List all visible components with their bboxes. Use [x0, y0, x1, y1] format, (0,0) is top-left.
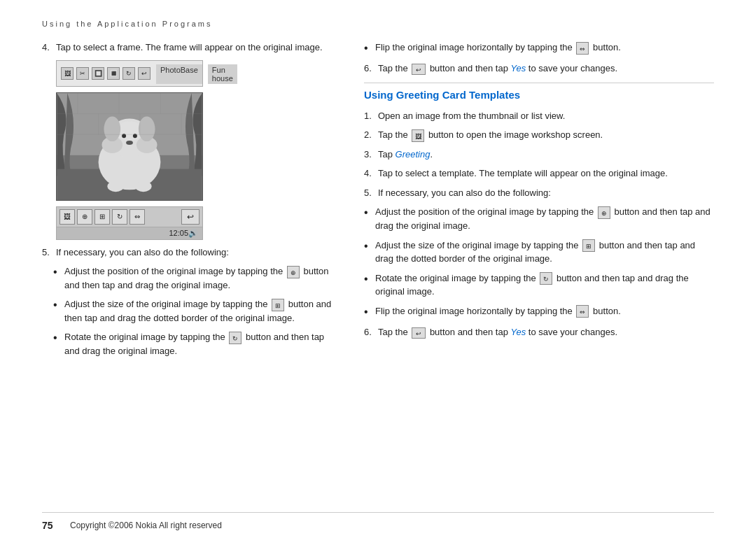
- rotate-icon: ↻: [229, 332, 241, 344]
- flip-icon-top: ⇔: [576, 42, 589, 55]
- right-bullet-4-text: Flip the original image horizontally by …: [375, 304, 621, 320]
- right-bullet-3-text: Rotate the original image by tapping the…: [375, 271, 714, 299]
- svg-point-14: [135, 181, 152, 192]
- left-bullet-1-text: Adjust the position of the original imag…: [64, 264, 336, 292]
- right-bullet-1-sym: •: [364, 205, 375, 232]
- right-bullet-3: • Rotate the original image by tapping t…: [364, 271, 714, 299]
- toolbar-btn-2[interactable]: ⊕: [77, 209, 92, 225]
- bottom-toolbar: 🖼 ⊕ ⊞ ↻ ⇔ ↩ 12:05🔊: [56, 206, 203, 240]
- back-icon-bottom: ↩: [412, 327, 426, 339]
- left-column: 4. Tap to select a frame. The frame will…: [42, 41, 336, 507]
- yes-text-top: Yes: [511, 63, 526, 73]
- bullet-symbol-2: •: [53, 297, 64, 325]
- time-display: 12:05: [169, 229, 188, 237]
- toolbar-box: 🖼 ✂ 🔲 🔳 ↻ ↩ PhotoBase Fun house: [56, 60, 203, 87]
- toolbar-icon-5: ↻: [122, 67, 135, 80]
- right-bullet-2-sym: •: [364, 239, 375, 266]
- left-bullet-2-text: Adjust the size of the original image by…: [64, 297, 336, 325]
- right-column: • Flip the original image horizontally b…: [364, 41, 714, 507]
- section-divider: [364, 83, 714, 83]
- right-bullet-4: • Flip the original image horizontally b…: [364, 304, 714, 320]
- position-icon: ⊕: [287, 266, 300, 278]
- greeting-link: Greeting: [396, 149, 430, 160]
- right-step-4: 4. Tap to select a template. The templat…: [364, 167, 714, 181]
- right-rotate-icon: ↻: [540, 272, 552, 285]
- bullet-symbol-3: •: [53, 330, 64, 358]
- svg-point-11: [104, 116, 120, 141]
- left-step-4: 4. Tap to select a frame. The frame will…: [42, 41, 336, 55]
- svg-point-13: [107, 181, 124, 192]
- toolbar-label-photobase: PhotoBase: [156, 64, 202, 84]
- toolbar-icon-3: 🔲: [92, 67, 104, 80]
- footer: 75 Copyright ©2006 Nokia All right reser…: [42, 512, 714, 531]
- dog-image: [56, 92, 203, 201]
- right-step-1-num: 1.: [364, 109, 378, 123]
- toolbar-btn-3[interactable]: ⊞: [94, 209, 110, 225]
- back-icon-top: ↩: [412, 64, 426, 75]
- toolbar-btn-5[interactable]: ⇔: [130, 209, 145, 225]
- right-step-5-text: If necessary, you can also do the follow…: [378, 186, 551, 200]
- size-icon: ⊞: [272, 299, 284, 311]
- toolbar-icon-4: 🔳: [107, 67, 120, 80]
- right-bullet-1-text: Adjust the position of the original imag…: [375, 205, 714, 232]
- right-size-icon: ⊞: [582, 239, 595, 252]
- right-step-6-top: 6. Tap the ↩ button and then tap Yes to …: [364, 62, 714, 76]
- toolbar-btn-1[interactable]: 🖼: [59, 209, 75, 225]
- toolbar-icon-1: 🖼: [61, 67, 74, 80]
- right-step-2-text: Tap the 🖼 button to open the image works…: [378, 128, 603, 142]
- bottom-toolbar-icons: 🖼 ⊕ ⊞ ↻ ⇔ ↩: [57, 207, 202, 227]
- right-step-3-text: Tap Greeting.: [378, 148, 433, 162]
- left-bullet-3: • Rotate the original image by tapping t…: [53, 330, 336, 358]
- right-step-6-top-text: Tap the ↩ button and then tap Yes to sav…: [378, 62, 617, 76]
- right-step-5-num: 5.: [364, 186, 378, 200]
- right-step-2: 2. Tap the 🖼 button to open the image wo…: [364, 128, 714, 142]
- yes-text-bottom: Yes: [511, 327, 526, 337]
- right-step-2-num: 2.: [364, 128, 378, 142]
- right-step-6-bottom-num: 6.: [364, 325, 378, 339]
- left-step-5: 5. If necessary, you can also do the fol…: [42, 246, 336, 260]
- right-step-1: 1. Open an image from the thumbnail or l…: [364, 109, 714, 123]
- right-top-bullet: • Flip the original image horizontally b…: [364, 41, 714, 56]
- toolbar-btn-back[interactable]: ↩: [181, 209, 200, 225]
- left-bullet-1: • Adjust the position of the original im…: [53, 264, 336, 292]
- right-step-6-bottom-text: Tap the ↩ button and then tap Yes to sav…: [378, 325, 617, 339]
- page-container: Using the Application Programs 4. Tap to…: [0, 0, 756, 545]
- breadcrumb: Using the Application Programs: [42, 20, 714, 28]
- dog-svg: [57, 93, 202, 200]
- right-bullet-symbol-top: •: [364, 41, 375, 56]
- right-step-4-num: 4.: [364, 167, 378, 181]
- right-bullet-3-sym: •: [364, 271, 375, 299]
- toolbar-btn-4[interactable]: ↻: [112, 209, 127, 225]
- right-step-5: 5. If necessary, you can also do the fol…: [364, 186, 714, 200]
- toolbar-label-funhouse: Fun house: [208, 64, 237, 84]
- svg-point-12: [139, 116, 155, 141]
- right-step-1-text: Open an image from the thumbnail or list…: [378, 109, 565, 123]
- left-bullet-2: • Adjust the size of the original image …: [53, 297, 336, 325]
- right-step-4-text: Tap to select a template. The template w…: [378, 167, 668, 181]
- right-bullet-2: • Adjust the size of the original image …: [364, 239, 714, 266]
- left-step-4-text: Tap to select a frame. The frame will ap…: [56, 41, 323, 55]
- bullet-symbol-1: •: [53, 264, 64, 292]
- right-bullet-1: • Adjust the position of the original im…: [364, 205, 714, 232]
- right-step-6-top-num: 6.: [364, 62, 378, 76]
- right-step-3-num: 3.: [364, 148, 378, 162]
- footer-copyright: Copyright ©2006 Nokia All right reserved: [70, 521, 222, 530]
- right-bullet-2-text: Adjust the size of the original image by…: [375, 239, 714, 266]
- left-step-5-num: 5.: [42, 246, 56, 260]
- left-bullet-3-text: Rotate the original image by tapping the…: [64, 330, 336, 358]
- right-pos-icon: ⊕: [598, 206, 610, 219]
- right-top-bullet-text: Flip the original image horizontally by …: [375, 41, 621, 56]
- status-bar-time: 12:05🔊: [57, 227, 202, 239]
- left-step-5-text: If necessary, you can also do the follow…: [56, 246, 229, 260]
- section-title: Using Greeting Card Templates: [364, 89, 714, 101]
- toolbar-icon-2: ✂: [76, 67, 89, 80]
- right-step-3: 3. Tap Greeting.: [364, 148, 714, 162]
- toolbar-icon-6: ↩: [138, 67, 150, 80]
- right-step-6-bottom: 6. Tap the ↩ button and then tap Yes to …: [364, 325, 714, 339]
- workshop-icon: 🖼: [412, 129, 424, 142]
- two-column-layout: 4. Tap to select a frame. The frame will…: [42, 41, 714, 507]
- right-bullet-4-sym: •: [364, 304, 375, 320]
- toolbar-icons: 🖼 ✂ 🔲 🔳 ↻ ↩: [61, 67, 150, 80]
- svg-point-10: [126, 141, 133, 145]
- page-number: 75: [42, 520, 70, 531]
